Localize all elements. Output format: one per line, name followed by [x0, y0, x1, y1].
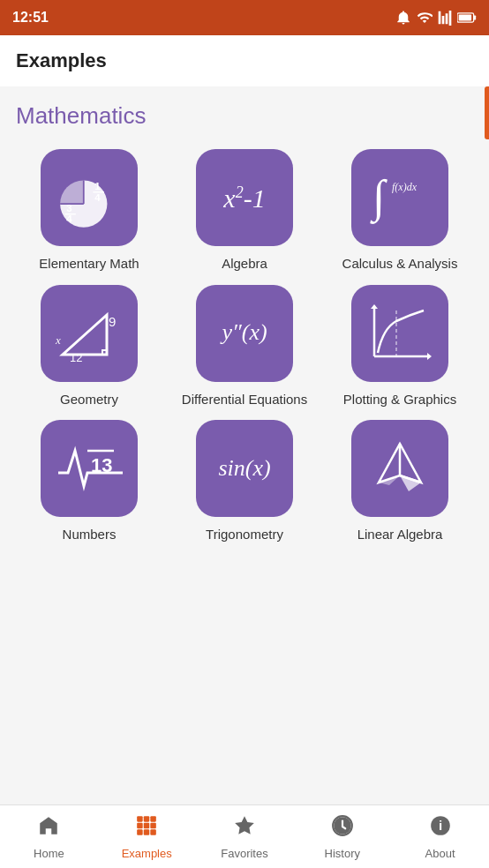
linear-algebra-label: Linear Algebra [357, 526, 443, 543]
nav-examples-label: Examples [122, 847, 172, 860]
svg-text:f(x)dx: f(x)dx [392, 181, 418, 193]
svg-text:13: 13 [91, 454, 112, 476]
main-content: Mathematics 1 4 3 [0, 86, 489, 804]
svg-text:12: 12 [70, 351, 82, 364]
category-trigonometry[interactable]: sin(x) Trigonometry [171, 420, 318, 543]
nav-history[interactable]: History [293, 805, 391, 868]
elementary-math-icon: 1 4 3 4 [54, 166, 124, 229]
differential-icon: y″(x) [222, 320, 267, 346]
svg-text:4: 4 [94, 192, 101, 203]
notification-icon [395, 10, 411, 26]
category-differential[interactable]: y″(x) Differential Equations [171, 285, 318, 408]
linear-algebra-icon-box [351, 420, 448, 517]
favorites-icon [233, 814, 256, 843]
svg-rect-35 [137, 829, 143, 835]
svg-marker-19 [427, 353, 432, 360]
algebra-label: Algebra [222, 255, 267, 273]
plotting-icon [365, 302, 434, 365]
trigonometry-icon-box: sin(x) [196, 420, 293, 517]
nav-about-label: About [425, 847, 455, 860]
signal-icon [438, 10, 452, 26]
svg-rect-30 [144, 816, 150, 822]
category-algebra[interactable]: x2-1 Algebra [171, 149, 318, 273]
category-linear-algebra[interactable]: Linear Algebra [327, 420, 473, 543]
nav-examples[interactable]: Examples [98, 805, 196, 868]
differential-label: Differential Equations [182, 391, 307, 408]
geometry-icon: 9 12 x [54, 302, 124, 365]
svg-text:4: 4 [66, 213, 72, 224]
calculus-icon: ∫ f(x)dx [369, 166, 431, 229]
svg-text:x: x [55, 333, 61, 347]
svg-rect-34 [151, 822, 157, 828]
nav-favorites-label: Favorites [221, 847, 267, 860]
numbers-icon-box: 13 [41, 420, 138, 517]
nav-home-label: Home [34, 847, 64, 860]
battery-icon [457, 11, 477, 24]
category-calculus[interactable]: ∫ f(x)dx Calculus & Analysis [327, 149, 473, 273]
numbers-label: Numbers [63, 526, 117, 543]
bottom-nav: Home Examples Favorites [0, 804, 489, 868]
svg-rect-33 [144, 822, 150, 828]
nav-home[interactable]: Home [0, 805, 98, 868]
svg-rect-37 [151, 829, 157, 835]
svg-text:3: 3 [66, 203, 71, 213]
section-title: Mathematics [16, 102, 473, 130]
svg-text:i: i [438, 818, 441, 833]
svg-rect-2 [459, 15, 471, 21]
category-plotting[interactable]: Plotting & Graphics [327, 285, 473, 408]
category-geometry[interactable]: 9 12 x Geometry [16, 285, 162, 408]
calculus-label: Calculus & Analysis [342, 255, 458, 273]
svg-text:1: 1 [94, 181, 101, 191]
plotting-label: Plotting & Graphics [343, 391, 456, 408]
examples-icon [135, 814, 158, 843]
wifi-icon [417, 10, 433, 26]
trigonometry-label: Trigonometry [206, 526, 283, 543]
nav-about[interactable]: i About [391, 805, 489, 868]
app-bar-title: Examples [16, 49, 107, 72]
nav-history-label: History [325, 847, 360, 860]
status-bar: 12:51 [0, 0, 489, 35]
numbers-icon: 13 [54, 442, 124, 495]
accent-bar [485, 86, 489, 139]
algebra-icon: x2-1 [223, 183, 265, 213]
differential-icon-box: y″(x) [196, 285, 293, 382]
geometry-label: Geometry [60, 391, 118, 408]
svg-marker-13 [63, 315, 107, 355]
elementary-math-icon-box: 1 4 3 4 [41, 149, 138, 246]
svg-marker-20 [371, 304, 378, 309]
elementary-math-label: Elementary Math [39, 255, 139, 273]
svg-rect-1 [474, 15, 477, 19]
svg-rect-32 [137, 822, 143, 828]
geometry-icon-box: 9 12 x [41, 285, 138, 382]
algebra-icon-box: x2-1 [196, 149, 293, 246]
status-icons [395, 10, 477, 26]
trigonometry-icon: sin(x) [218, 456, 270, 482]
svg-text:9: 9 [109, 314, 116, 329]
svg-rect-31 [151, 816, 157, 822]
app-bar: Examples [0, 35, 489, 86]
plotting-icon-box [351, 285, 448, 382]
category-numbers[interactable]: 13 Numbers [16, 420, 162, 543]
svg-rect-36 [144, 829, 150, 835]
category-grid: 1 4 3 4 Elementary Math x2-1 Algebra [16, 149, 473, 543]
svg-rect-29 [137, 816, 143, 822]
linear-algebra-icon [368, 437, 432, 500]
nav-favorites[interactable]: Favorites [196, 805, 294, 868]
history-icon [331, 814, 354, 843]
about-icon: i [429, 814, 452, 843]
category-elementary-math[interactable]: 1 4 3 4 Elementary Math [16, 149, 162, 273]
status-time: 12:51 [12, 10, 49, 26]
calculus-icon-box: ∫ f(x)dx [351, 149, 448, 246]
svg-text:∫: ∫ [370, 171, 387, 224]
home-icon [37, 814, 60, 843]
